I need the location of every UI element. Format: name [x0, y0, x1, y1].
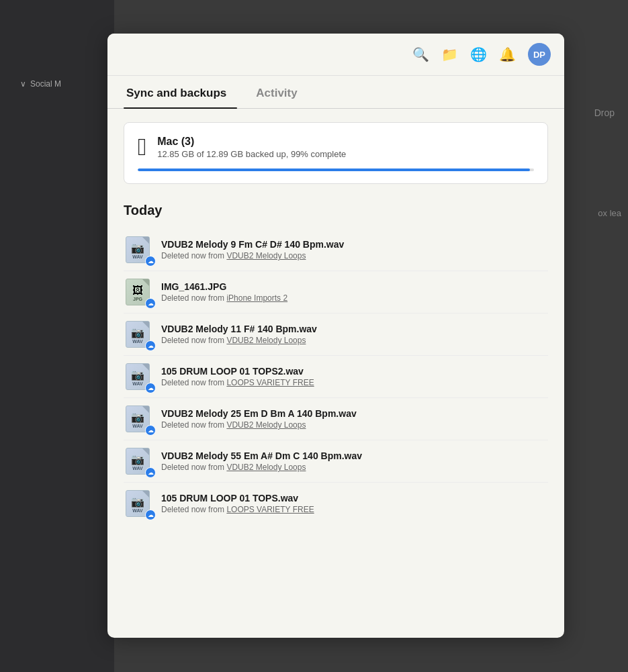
- cloud-badge-icon: ☁: [145, 256, 156, 267]
- backup-info: Mac (3) 12.85 GB of 12.89 GB backed up, …: [157, 136, 346, 159]
- file-details: 105 DRUM LOOP 01 TOPS2.wav Deleted now f…: [161, 366, 548, 387]
- file-details: VDUB2 Melody 55 Em A# Dm C 140 Bpm.wav D…: [161, 450, 548, 472]
- list-item: 📷 WAV ☁ VDUB2 Melody 11 F# 140 Bpm.wav D…: [124, 314, 548, 356]
- avatar[interactable]: DP: [528, 43, 551, 66]
- file-details: VDUB2 Melody 9 Fm C# D# 140 Bpm.wav Dele…: [161, 239, 548, 260]
- cloud-badge-icon: ☁: [145, 467, 156, 478]
- file-location-link[interactable]: VDUB2 Melody Loops: [226, 463, 306, 472]
- file-details: VDUB2 Melody 11 F# 140 Bpm.wav Deleted n…: [161, 324, 548, 345]
- file-details: IMG_1461.JPG Deleted now from iPhone Imp…: [161, 281, 548, 303]
- file-action: Deleted now from VDUB2 Melody Loops: [161, 463, 548, 472]
- right-drop-label: Drop: [594, 107, 615, 118]
- camera-icon: 📷: [131, 369, 144, 381]
- tab-sync-and-backups[interactable]: Sync and backups: [124, 76, 237, 108]
- file-location-link[interactable]: VDUB2 Melody Loops: [226, 420, 306, 430]
- globe-icon[interactable]: 🌐: [470, 46, 487, 62]
- right-bg: [554, 0, 628, 672]
- image-icon: 🖼: [132, 285, 143, 297]
- backup-card:  Mac (3) 12.85 GB of 12.89 GB backed up…: [124, 122, 548, 184]
- file-action: Deleted now from LOOPS VARIETY FREE: [161, 505, 548, 514]
- file-location-link[interactable]: VDUB2 Melody Loops: [226, 251, 306, 260]
- tabs-container: Sync and backups Activity: [107, 76, 564, 109]
- file-action: Deleted now from VDUB2 Melody Loops: [161, 420, 548, 430]
- sidebar-social-label: ∨ Social M: [20, 79, 61, 89]
- list-item: 🖼 JPG ☁ IMG_1461.JPG Deleted now from iP…: [124, 271, 548, 314]
- folder-icon[interactable]: 📁: [441, 46, 458, 62]
- today-section-title: Today: [124, 203, 548, 218]
- list-item: 📷 WAV ☁ 105 DRUM LOOP 01 TOPS.wav Delete…: [124, 483, 548, 524]
- progress-bar-container: [138, 169, 534, 171]
- toolbar: 🔍 📁 🌐 🔔 DP: [107, 34, 564, 76]
- camera-icon: 📷: [131, 242, 144, 254]
- camera-icon: 📷: [131, 326, 144, 339]
- file-icon-container: 📷 WAV ☁: [124, 320, 152, 348]
- camera-icon: 📷: [131, 411, 144, 424]
- backup-header:  Mac (3) 12.85 GB of 12.89 GB backed up…: [138, 135, 534, 159]
- cloud-badge-icon: ☁: [145, 298, 156, 309]
- file-location-link[interactable]: iPhone Imports 2: [226, 293, 287, 303]
- backup-progress-text: 12.85 GB of 12.89 GB backed up, 99% comp…: [157, 149, 346, 159]
- bell-icon[interactable]: 🔔: [499, 46, 516, 62]
- right-bxlea-label: ox lea: [598, 208, 621, 218]
- tab-activity[interactable]: Activity: [253, 76, 308, 108]
- backup-device-name: Mac (3): [157, 136, 346, 148]
- camera-icon: 📷: [131, 453, 144, 466]
- list-item: 📷 WAV ☁ VDUB2 Melody 9 Fm C# D# 140 Bpm.…: [124, 229, 548, 271]
- list-item: 📷 WAV ☁ VDUB2 Melody 25 Em D Bm A 140 Bp…: [124, 398, 548, 440]
- file-details: 105 DRUM LOOP 01 TOPS.wav Deleted now fr…: [161, 493, 548, 514]
- file-name: VDUB2 Melody 25 Em D Bm A 140 Bpm.wav: [161, 408, 548, 419]
- file-name: VDUB2 Melody 9 Fm C# D# 140 Bpm.wav: [161, 239, 548, 250]
- progress-bar-fill: [138, 169, 530, 171]
- file-name: 105 DRUM LOOP 01 TOPS.wav: [161, 493, 548, 503]
- file-action: Deleted now from iPhone Imports 2: [161, 293, 548, 303]
- file-name: 105 DRUM LOOP 01 TOPS2.wav: [161, 366, 548, 377]
- file-icon-container: 📷 WAV ☁: [124, 363, 152, 391]
- camera-icon: 📷: [131, 495, 144, 508]
- file-icon-container: 📷 WAV ☁: [124, 447, 152, 475]
- file-icon-container: 📷 WAV ☁: [124, 405, 152, 433]
- apple-icon: : [138, 135, 146, 159]
- list-item: 📷 WAV ☁ 105 DRUM LOOP 01 TOPS2.wav Delet…: [124, 356, 548, 398]
- file-name: VDUB2 Melody 11 F# 140 Bpm.wav: [161, 324, 548, 334]
- sidebar-bg: [0, 0, 114, 672]
- cloud-badge-icon: ☁: [145, 383, 156, 393]
- file-name: IMG_1461.JPG: [161, 281, 548, 292]
- file-location-link[interactable]: LOOPS VARIETY FREE: [226, 505, 314, 514]
- file-icon-container: 📷 WAV ☁: [124, 236, 152, 264]
- file-icon-container: 📷 WAV ☁: [124, 489, 152, 518]
- file-location-link[interactable]: VDUB2 Melody Loops: [226, 336, 306, 345]
- list-item: 📷 WAV ☁ VDUB2 Melody 55 Em A# Dm C 140 B…: [124, 440, 548, 483]
- content-area:  Mac (3) 12.85 GB of 12.89 GB backed up…: [107, 109, 564, 638]
- file-action: Deleted now from VDUB2 Melody Loops: [161, 251, 548, 260]
- file-list: 📷 WAV ☁ VDUB2 Melody 9 Fm C# D# 140 Bpm.…: [124, 229, 548, 524]
- outer-wrapper: ∨ Social M Drop ox lea 🔍 📁 🌐 🔔 DP Sync a…: [0, 0, 628, 672]
- cloud-badge-icon: ☁: [145, 510, 156, 520]
- cloud-badge-icon: ☁: [145, 425, 156, 436]
- file-icon-container: 🖼 JPG ☁: [124, 278, 152, 306]
- file-action: Deleted now from VDUB2 Melody Loops: [161, 336, 548, 345]
- file-location-link[interactable]: LOOPS VARIETY FREE: [226, 378, 314, 387]
- file-action: Deleted now from LOOPS VARIETY FREE: [161, 378, 548, 387]
- main-panel: 🔍 📁 🌐 🔔 DP Sync and backups Activity  M…: [107, 34, 564, 638]
- file-details: VDUB2 Melody 25 Em D Bm A 140 Bpm.wav De…: [161, 408, 548, 430]
- cloud-badge-icon: ☁: [145, 340, 156, 351]
- search-icon[interactable]: 🔍: [412, 46, 429, 62]
- file-name: VDUB2 Melody 55 Em A# Dm C 140 Bpm.wav: [161, 450, 548, 461]
